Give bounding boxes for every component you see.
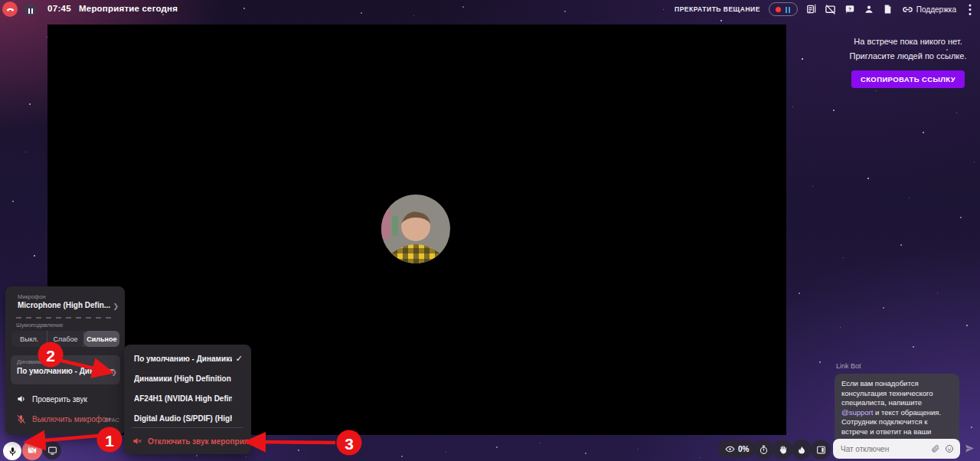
- support-label: Поддержка: [916, 5, 956, 14]
- speakers-device-row[interactable]: Динамики По умолчанию - Динамики (... ❯: [11, 355, 120, 384]
- svg-text:3: 3: [345, 435, 354, 453]
- emoji-icon[interactable]: [945, 444, 954, 453]
- recording-control[interactable]: [769, 2, 798, 16]
- mic-section-label: Микрофон: [18, 293, 46, 300]
- pause-icon: [28, 3, 34, 17]
- timer-button[interactable]: [753, 440, 773, 459]
- participants-button[interactable]: [864, 4, 874, 15]
- link-icon: [902, 4, 913, 15]
- camera-toggle-button[interactable]: [22, 440, 42, 460]
- record-dot-icon: [776, 7, 781, 12]
- notes-button[interactable]: [883, 4, 893, 15]
- chat-message-text: Если вам понадобится консультация технич…: [841, 379, 933, 407]
- checkmark-icon: ✓: [236, 354, 243, 364]
- leave-call-button[interactable]: [2, 2, 18, 17]
- stop-broadcast-button[interactable]: ПРЕКРАТИТЬ ВЕЩАНИЕ: [675, 5, 760, 13]
- raised-hand-icon: [778, 445, 788, 455]
- svg-text:?: ?: [848, 7, 851, 11]
- participants-icon: [864, 4, 874, 15]
- empty-state-line1: На встрече пока никого нет.: [838, 37, 978, 46]
- agenda-button[interactable]: [806, 4, 817, 15]
- speakers-device-value: По умолчанию - Динамики (...: [17, 367, 113, 375]
- noise-option-weak[interactable]: Слабое: [47, 331, 83, 347]
- mute-event-sound-label: Отключить звук мероприятия: [148, 437, 262, 446]
- microphone-toggle-button[interactable]: [3, 442, 21, 460]
- mic-chevron-icon[interactable]: ❯: [113, 302, 119, 310]
- paperclip-icon[interactable]: [931, 444, 940, 453]
- document-icon: [883, 4, 893, 15]
- eye-icon: [725, 444, 735, 454]
- mic-muted-icon: [16, 414, 26, 427]
- layout-icon: [816, 445, 826, 455]
- support-button[interactable]: Поддержка: [902, 4, 956, 15]
- microphone-icon: [8, 446, 18, 456]
- screen-share-icon: [47, 446, 57, 456]
- send-message-button[interactable]: [964, 443, 975, 453]
- speaker-option-nvidia[interactable]: AF24H1 (NVIDIA High Definiti...: [124, 389, 251, 409]
- noise-option-strong[interactable]: Сильное: [84, 331, 119, 347]
- screencast-off-icon: [825, 4, 836, 15]
- mute-microphone-label: Выключить микрофон: [32, 415, 110, 423]
- test-sound-row[interactable]: Проверить звук: [5, 391, 125, 409]
- screencast-off-button[interactable]: [825, 4, 836, 15]
- speaker-muted-icon: [132, 436, 142, 450]
- layout-button[interactable]: [811, 440, 831, 459]
- starfield-decoration: [0, 0, 2, 2]
- noise-option-off[interactable]: Выкл.: [11, 331, 47, 347]
- question-chat-icon: ?: [844, 4, 855, 15]
- pause-meeting-button[interactable]: [24, 3, 37, 16]
- agenda-icon: [806, 4, 817, 15]
- copy-link-button[interactable]: СКОПИРОВАТЬ ССЫЛКУ: [851, 70, 965, 88]
- chat-mention[interactable]: @support: [841, 408, 873, 417]
- speaker-option-default[interactable]: По умолчанию - Динамики (Н... ✓: [124, 349, 251, 369]
- more-menu-button[interactable]: [965, 4, 975, 15]
- noise-suppression-segmented: Выкл. Слабое Сильное: [11, 331, 119, 347]
- speaker-option-spdif[interactable]: Digital Audio (S/PDIF) (High D...: [124, 409, 251, 429]
- raise-hand-button[interactable]: [773, 440, 792, 459]
- screen-share-button[interactable]: [43, 441, 61, 459]
- chat-input-container: [833, 439, 960, 459]
- meeting-timer: 07:45: [47, 4, 71, 13]
- chat-bot-name: Link Bot˙: [836, 361, 863, 370]
- speakers-chevron-icon[interactable]: ❯: [111, 368, 117, 376]
- qa-button[interactable]: ?: [844, 4, 855, 15]
- mic-device-value[interactable]: Microphone (High Defin...: [18, 301, 110, 309]
- speaker-option-dynamics[interactable]: Динамики (High Definition Au...: [124, 369, 251, 389]
- kebab-menu-icon: [969, 4, 972, 15]
- meeting-title: Мероприятие сегодня: [79, 4, 178, 13]
- mute-microphone-row[interactable]: Выключить микрофон SPAC: [5, 410, 125, 429]
- speaker-icon: [16, 394, 27, 407]
- empty-state-line2: Пригласите людей по ссылке.: [838, 51, 978, 60]
- noise-section-label: Шумоподавление: [16, 322, 63, 329]
- meeting-window: 07:45 Мероприятие сегодня ПРЕКРАТИТЬ ВЕЩ…: [0, 0, 980, 461]
- camera-off-icon: [27, 445, 38, 456]
- starfield-decoration-2: [0, 0, 1, 1]
- reactions-button[interactable]: [792, 440, 812, 459]
- speakers-menu-popup: По умолчанию - Динамики (Н... ✓ Динамики…: [124, 345, 251, 454]
- participant-avatar: [381, 195, 450, 263]
- test-sound-label: Проверить звук: [32, 395, 87, 404]
- audio-settings-popup: Микрофон Microphone (High Defin... ❯ Шум…: [5, 286, 125, 435]
- stopwatch-icon: [759, 445, 769, 455]
- chat-input[interactable]: [839, 444, 926, 454]
- attention-percent: 0%: [738, 445, 749, 453]
- mute-mic-hotkey: SPAC: [104, 417, 119, 423]
- dashed-divider: [16, 317, 116, 319]
- flame-icon: [797, 445, 806, 455]
- menu-divider: [132, 427, 243, 428]
- attention-meter[interactable]: 0%: [718, 440, 756, 457]
- phone-hangup-icon: [5, 5, 15, 15]
- annotation-arrow-1: [28, 436, 99, 442]
- mute-event-sound-row[interactable]: Отключить звук мероприятия: [124, 432, 251, 452]
- recording-pause-icon: [785, 2, 790, 16]
- speakers-section-label: Динамики: [17, 358, 43, 365]
